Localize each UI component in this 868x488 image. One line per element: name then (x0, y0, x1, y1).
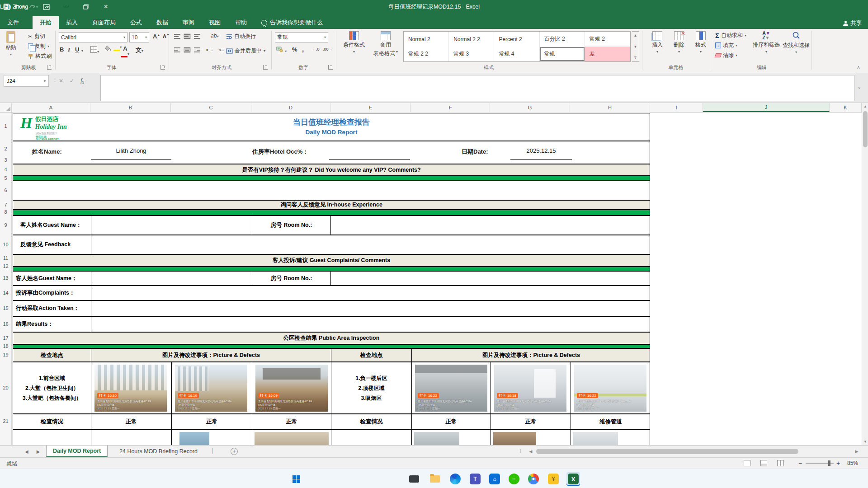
formula-input[interactable] (100, 75, 854, 101)
gallery-down-icon[interactable]: ▼ (634, 45, 637, 49)
finance-app-icon[interactable]: ¥ (547, 472, 560, 486)
orientation-button[interactable]: ab▾ (211, 33, 218, 39)
wechat-icon[interactable]: ·· (507, 472, 521, 486)
tell-me-box[interactable]: 告诉我你想要做什么 (261, 16, 323, 29)
row-number[interactable]: 12 (0, 263, 11, 269)
row-number[interactable]: 1 (0, 123, 11, 129)
worksheet-area[interactable]: 1 2 3 4 5 6 7 8 9 10 11 12 13 14 15 16 1… (0, 113, 862, 445)
status-value[interactable]: 正常 (411, 414, 491, 429)
clear-button[interactable]: 清除▾ (715, 52, 737, 59)
gallery-more-icon[interactable]: ⊽ (634, 56, 637, 60)
inspection-photo-smoking-area[interactable]: 打卡16:22 贵州省贵阳市南明区龙洞堡机场高速路AC PARK商业综合体202… (574, 365, 646, 412)
inspection-photo-partial[interactable] (493, 432, 536, 445)
row-number[interactable]: 14 (0, 290, 11, 296)
row-number[interactable]: 16 (0, 321, 11, 327)
start-button[interactable] (289, 472, 303, 486)
row-number[interactable]: 8 (0, 209, 11, 215)
guest-name-input-cell[interactable] (91, 272, 252, 285)
underline-button[interactable]: U (75, 46, 79, 53)
comma-style-button[interactable]: , (302, 45, 304, 53)
chrome-icon[interactable] (527, 472, 540, 486)
store-icon[interactable]: ⌂ (488, 472, 501, 486)
sort-filter-button[interactable]: A▼Z▼ 排序和筛选▾ (751, 31, 781, 54)
guest-name-input-cell[interactable] (91, 216, 252, 235)
styles-gallery-scroll[interactable]: ▲▼⊽ (632, 31, 639, 62)
row-number[interactable]: 6 (0, 188, 11, 193)
inspection-photo-partial[interactable] (179, 432, 209, 445)
align-bottom-icon[interactable] (193, 33, 201, 39)
style-percent2-cn[interactable]: 百分比 2 (540, 32, 585, 47)
conditional-formatting-button[interactable]: 条件格式▾ (340, 31, 368, 54)
align-middle-icon[interactable] (184, 33, 191, 39)
row-number[interactable]: 4 (0, 167, 11, 172)
decrease-decimal-button[interactable]: .00→ (323, 47, 333, 52)
task-view-icon[interactable] (407, 472, 421, 486)
horizontal-scroll-thumb[interactable] (536, 449, 798, 454)
action-input-cell[interactable] (91, 301, 651, 316)
complaints-input-cell[interactable] (91, 286, 651, 300)
row-number[interactable]: 19 (0, 352, 11, 357)
zoom-in-icon[interactable]: + (836, 460, 840, 467)
autosum-button[interactable]: Σ自动求和▾ (715, 32, 746, 39)
gallery-up-icon[interactable]: ▲ (634, 33, 637, 38)
name-box[interactable]: J24▾ (4, 75, 49, 87)
teams-icon[interactable]: T (468, 472, 482, 486)
align-right-icon[interactable] (193, 47, 201, 53)
edge-icon[interactable] (448, 472, 462, 486)
inspection-photo-partial[interactable] (573, 432, 618, 445)
row-number[interactable]: 10 (0, 242, 11, 247)
align-center-icon[interactable] (184, 47, 191, 53)
alignment-dialog-launcher[interactable] (263, 65, 268, 70)
row-number[interactable]: 3 (0, 157, 11, 163)
currency-button[interactable]: ▾ (276, 46, 287, 54)
col-header-a[interactable]: A (12, 103, 90, 112)
number-dialog-launcher[interactable] (328, 65, 333, 70)
room-no-input-cell[interactable] (331, 216, 651, 235)
percent-style-button[interactable]: % (292, 46, 297, 53)
font-family-select[interactable]: Calibri▾ (59, 32, 127, 42)
font-color-button[interactable]: A▾ (121, 45, 129, 59)
normal-view-icon[interactable] (744, 460, 750, 466)
col-header-g[interactable]: G (490, 103, 570, 112)
vertical-scroll-thumb[interactable] (863, 111, 868, 147)
zoom-slider-thumb[interactable] (828, 460, 830, 466)
row-number[interactable]: 11 (0, 255, 11, 261)
merge-center-button[interactable]: 合并后居中▾ (226, 47, 265, 55)
inspection-photo-back-area[interactable]: 打卡16:22 贵州省贵阳市南明区龙洞堡机场高速路AC PARK商业综合体202… (415, 365, 487, 412)
format-as-table-button[interactable]: 套用 表格格式▾ (372, 31, 400, 57)
tab-page-layout[interactable]: 页面布局 (85, 16, 123, 29)
format-cells-button[interactable]: 格式▾ (691, 31, 711, 54)
confirm-entry-icon[interactable]: ✓ (70, 78, 74, 84)
style-normal3-cn[interactable]: 常规 3 (449, 47, 494, 61)
paste-button[interactable]: 粘贴▾ (5, 31, 16, 56)
find-select-button[interactable]: 查找和选择▾ (781, 31, 811, 54)
results-input-cell[interactable] (91, 317, 651, 332)
align-left-icon[interactable] (174, 47, 181, 53)
insert-function-icon[interactable]: fx (80, 77, 84, 84)
sheet-tab-daily-mod-report[interactable]: Daily MOD Report (46, 446, 108, 457)
cut-button[interactable]: ✂剪切 (28, 33, 45, 40)
new-sheet-button[interactable]: + (231, 448, 238, 455)
horizontal-scrollbar[interactable] (535, 448, 852, 455)
row-number[interactable]: 18 (0, 343, 11, 349)
increase-decimal-button[interactable]: ←.0 (312, 47, 320, 52)
cancel-entry-icon[interactable]: ✕ (59, 78, 63, 84)
bold-button[interactable]: B (60, 46, 64, 53)
col-header-h[interactable]: H (570, 103, 650, 112)
row-number[interactable]: 9 (0, 222, 11, 228)
inspection-photo-lobby-bar[interactable]: 打卡16:09 贵州省贵阳市南明区龙洞堡机场高速路AC PARK商业综合体202… (255, 365, 328, 412)
hscroll-right-icon[interactable]: ▶ (853, 448, 861, 455)
col-header-i[interactable]: I (650, 103, 703, 112)
decrease-indent-button[interactable]: ⇤≡ (206, 47, 213, 53)
inspection-photo-roof[interactable]: 打卡16:18 贵州省贵阳市南明区龙洞堡机场高速路AC PARK商业综合体202… (494, 365, 566, 412)
status-value[interactable]: 维修管道 (571, 414, 651, 429)
scroll-down-icon[interactable]: ▼ (862, 440, 868, 444)
date-value[interactable]: 2025.12.15 (510, 147, 572, 154)
wrap-text-button[interactable]: 自动换行 (226, 33, 256, 40)
file-explorer-icon[interactable] (428, 472, 442, 486)
col-header-e[interactable]: E (330, 103, 411, 112)
select-all-corner[interactable] (0, 103, 12, 112)
inspection-photo-lobby[interactable]: 打卡16:10 贵州省贵阳市南明区龙洞堡机场高速路AC PARK商业综合体202… (175, 365, 247, 412)
align-top-icon[interactable] (174, 33, 181, 39)
collapse-ribbon-icon[interactable]: ˄ (857, 65, 860, 70)
